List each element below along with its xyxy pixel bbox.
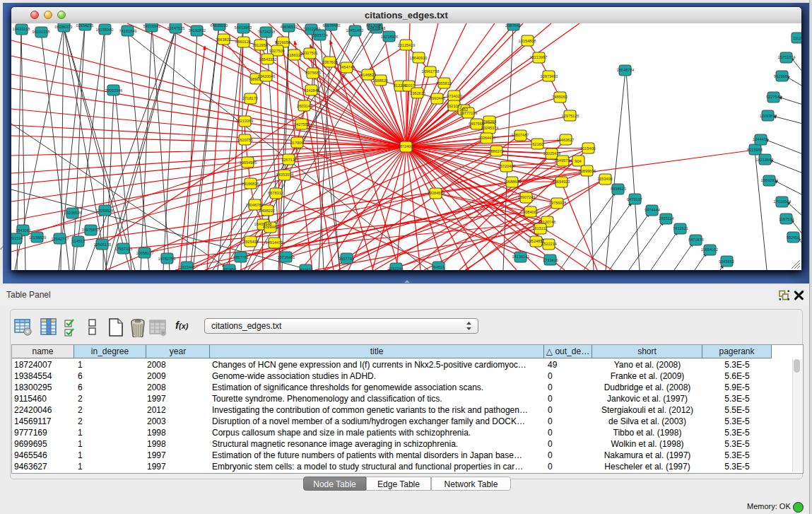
svg-text:9115400: 9115400 [580,146,595,151]
svg-text:10154808: 10154808 [519,39,536,43]
svg-text:08386379: 08386379 [55,25,73,29]
svg-text:9857791: 9857791 [233,255,249,259]
svg-text:10688609: 10688609 [504,180,522,184]
svg-text:9329966: 9329966 [774,74,789,78]
svg-text:10958127: 10958127 [136,251,154,255]
svg-text:15692971: 15692971 [761,178,779,182]
svg-text:15720407: 15720407 [498,164,516,168]
svg-text:14463627: 14463627 [557,138,575,142]
svg-text:12975125: 12975125 [562,114,579,118]
svg-text:8427552: 8427552 [294,122,310,127]
svg-text:9245652: 9245652 [719,259,734,264]
svg-text:317006: 317006 [290,141,304,145]
svg-text:9146821: 9146821 [360,73,376,77]
svg-text:1112: 1112 [793,36,801,40]
svg-text:18907249: 18907249 [518,195,536,199]
svg-text:9327509: 9327509 [269,49,285,53]
svg-text:8471676: 8471676 [688,238,704,242]
svg-text:8813054: 8813054 [366,23,382,28]
svg-text:5226058: 5226058 [275,40,290,45]
svg-text:12359924: 12359924 [96,209,114,213]
svg-text:14914479: 14914479 [266,240,283,245]
svg-text:49696532: 49696532 [281,25,298,29]
svg-text:10046786: 10046786 [246,203,264,207]
svg-text:4099489: 4099489 [263,225,278,229]
svg-text:16155940: 16155940 [96,28,114,32]
svg-text:78161849: 78161849 [119,29,137,33]
svg-text:9084007: 9084007 [523,210,539,214]
svg-text:19384554: 19384554 [428,191,445,195]
svg-text:764521: 764521 [432,265,445,269]
svg-text:8678312: 8678312 [268,191,283,195]
svg-text:8938923: 8938923 [611,187,626,191]
svg-text:10807487: 10807487 [512,133,529,137]
svg-text:13654923: 13654923 [553,180,570,184]
svg-text:3912954: 3912954 [252,43,268,47]
svg-text:1244415: 1244415 [753,137,768,141]
svg-text:30975857: 30975857 [82,228,100,232]
svg-text:10433218: 10433218 [13,27,30,31]
svg-text:3498222: 3498222 [259,209,275,213]
svg-text:8990448: 8990448 [430,96,445,100]
svg-text:10025438: 10025438 [543,151,561,156]
svg-text:59310341: 59310341 [143,24,161,28]
svg-text:7625402: 7625402 [243,240,259,244]
svg-text:904: 904 [575,159,581,163]
svg-text:15751074: 15751074 [778,55,796,59]
svg-text:64835030: 64835030 [211,23,228,28]
svg-text:1588520: 1588520 [372,78,388,83]
svg-text:1610755: 1610755 [237,138,253,142]
svg-text:6479197: 6479197 [627,197,642,201]
svg-text:9734023: 9734023 [447,94,462,98]
svg-text:9242845: 9242845 [304,88,319,93]
svg-text:16648784: 16648784 [617,68,635,72]
svg-text:7632621: 7632621 [673,226,688,230]
svg-text:7485063: 7485063 [552,95,567,99]
svg-text:18640910: 18640910 [410,56,428,60]
svg-text:76724238: 76724238 [258,30,276,34]
svg-text:114513: 114513 [72,239,85,243]
svg-text:8660124: 8660124 [235,40,251,44]
svg-text:23420046: 23420046 [258,74,276,78]
svg-text:19166825: 19166825 [242,182,259,186]
svg-text:29053346: 29053346 [105,88,123,93]
svg-text:8186328: 8186328 [287,53,302,57]
svg-text:11923446: 11923446 [178,265,195,269]
svg-text:20206536: 20206536 [64,211,82,215]
svg-text:31647525: 31647525 [167,26,185,30]
svg-text:1362615: 1362615 [410,91,425,95]
svg-text:19777109: 19777109 [460,111,478,115]
svg-text:20125419: 20125419 [398,43,416,47]
svg-text:9474444: 9474444 [645,208,660,212]
svg-text:15716485: 15716485 [278,255,295,259]
svg-text:02654235: 02654235 [76,23,94,28]
svg-text:16961758: 16961758 [422,69,440,74]
svg-text:9327501: 9327501 [302,51,318,55]
svg-text:8215958: 8215958 [747,148,763,152]
svg-text:20364436: 20364436 [478,136,496,140]
svg-text:16543382: 16543382 [259,57,277,62]
svg-text:7663822: 7663822 [216,37,231,42]
svg-text:2718170: 2718170 [242,96,258,100]
svg-text:992450: 992450 [223,267,237,270]
svg-text:3267130: 3267130 [281,158,297,162]
svg-text:10973493: 10973493 [541,74,558,78]
svg-text:2886372: 2886372 [488,149,504,153]
svg-text:10899695: 10899695 [579,169,596,173]
svg-text:2087642: 2087642 [505,23,521,28]
svg-text:12093872: 12093872 [760,114,777,118]
svg-text:992450: 992450 [787,235,800,240]
svg-text:1522214: 1522214 [541,242,557,246]
svg-text:2935114: 2935114 [659,216,673,221]
svg-text:9227542: 9227542 [766,95,782,99]
svg-text:66978480: 66978480 [323,23,341,28]
svg-text:391534: 391534 [11,236,23,240]
svg-text:19218906: 19218906 [381,35,399,39]
svg-text:1733426: 1733426 [543,258,558,262]
svg-text:8975685: 8975685 [305,71,321,75]
svg-text:2603144: 2603144 [297,104,312,108]
svg-text:14353594: 14353594 [276,173,294,177]
svg-text:1615112: 1615112 [532,226,547,230]
svg-text:10654112: 10654112 [701,247,718,252]
svg-text:16782759: 16782759 [158,257,176,261]
